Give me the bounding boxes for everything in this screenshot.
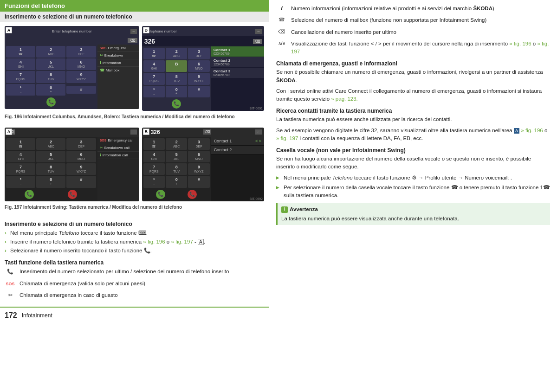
screen-b2-body: 1☎ 2ABC 3DEF 4GHI 5JKL 6MNO 7PQRS <box>142 137 264 201</box>
key-0b[interactable]: 0+ <box>166 86 187 97</box>
key2-hash[interactable]: # <box>66 176 96 187</box>
mailbox-sym-icon: ☎ <box>278 17 285 22</box>
del-b2[interactable]: ⌫ <box>203 129 211 135</box>
key-4b[interactable]: 4GHI <box>143 60 165 72</box>
link-fig196-right[interactable]: » fig. 196 <box>509 41 531 46</box>
key2-4[interactable]: 4GHI <box>6 151 35 162</box>
menu-information[interactable]: ℹ Information <box>97 59 139 67</box>
key-9[interactable]: 9WXYZ <box>66 71 96 83</box>
key-8b[interactable]: 8TUV <box>166 73 187 84</box>
keypad-b2: 1☎ 2ABC 3DEF 4GHI 5JKL 6MNO 7PQRS <box>142 137 211 201</box>
key2-8[interactable]: 8TUV <box>36 163 65 175</box>
section-subtitle: Inserimento e selezione di un numero tel… <box>0 12 269 22</box>
keyb2-3[interactable]: 3DEF <box>188 138 209 150</box>
key-9b[interactable]: 9WXYZ <box>188 73 209 84</box>
key-hash[interactable]: # <box>66 86 96 94</box>
keyb2-0[interactable]: 0+ <box>166 176 187 187</box>
key2-6[interactable]: 6MNO <box>66 151 96 162</box>
key2-1[interactable]: 1☎ <box>6 138 35 150</box>
key-5b[interactable]: B <box>166 60 187 72</box>
call-b2[interactable]: 📞 <box>156 190 165 199</box>
figure-196-area: A Enter telephone number ← ⌫ 1☎ 2ABC <box>0 22 269 124</box>
contact-2[interactable]: Contact 2 123456789 <box>211 57 264 68</box>
key-hash-b[interactable]: # <box>188 86 209 97</box>
italic-i-icon: i <box>281 5 283 12</box>
key-6[interactable]: 6MNO <box>66 58 96 70</box>
call-button[interactable]: 📞 <box>46 97 56 107</box>
sos2-icon: SOS <box>100 139 107 142</box>
contact2-2[interactable]: Contact 2 <box>211 146 264 154</box>
keypad-b: 1☎ 2ABC 3DEF 4GHI B 6MNO 7PQRS <box>142 46 211 111</box>
key-star[interactable]: *.. <box>6 84 35 96</box>
menu-breakdown[interactable]: ✂ Breakdown <box>97 52 139 59</box>
section-emergency-p2: Con i servizi online attivi Care Connect… <box>276 87 550 103</box>
area-a-badge: A <box>514 128 520 134</box>
keyb2-8[interactable]: 8TUV <box>166 163 187 175</box>
link-fig197-c[interactable]: » fig. 197 <box>276 135 298 141</box>
key-4[interactable]: 4GHI <box>6 58 35 70</box>
key2-5[interactable]: 5JKL <box>36 151 65 162</box>
breakdown-cell: ✂ <box>5 291 16 299</box>
keyb2-9[interactable]: 9WXYZ <box>188 163 209 175</box>
screen-b-header: › telephone number ← <box>142 26 264 36</box>
keyb2-7[interactable]: 7PQRS <box>143 163 165 175</box>
key-5[interactable]: 5JKL <box>36 58 65 70</box>
link-fig197[interactable]: » fig. 197 <box>171 239 193 244</box>
icon-row-breakdown: ✂ Chiamata di emergenza in caso di guast… <box>5 291 264 299</box>
menu-mailbox[interactable]: ☎ Mail box <box>97 67 139 74</box>
number-display: 326 ⌫ <box>142 36 264 46</box>
key2-9[interactable]: 9WXYZ <box>66 163 96 175</box>
key-7[interactable]: 7PQRS <box>6 71 35 83</box>
menu-emergency[interactable]: SOS Emerg. call <box>97 45 139 52</box>
key-2b[interactable]: 2ABC <box>166 48 187 59</box>
menu2-emergency[interactable]: SOS Emergency call <box>97 137 139 144</box>
screen-a-header: Enter telephone number ← <box>5 26 139 36</box>
keyb2-2[interactable]: 2ABC <box>166 138 187 150</box>
back-arrow-icon: ← <box>130 29 137 34</box>
contact2-1[interactable]: Contact 1 < > <box>211 137 264 146</box>
key2-2[interactable]: 2ABC <box>36 138 65 150</box>
key2-star[interactable]: *.. <box>6 176 35 187</box>
key2-0[interactable]: 0+ <box>36 176 65 187</box>
info-box-text: La tastiera numerica può essere visualiz… <box>281 216 459 221</box>
link-pag123[interactable]: » pag. 123. <box>331 96 358 102</box>
key-3[interactable]: 3DEF <box>66 46 96 58</box>
voicemail-bullet-2: ▸ Per selezionare il numero della casell… <box>276 184 550 200</box>
key-1[interactable]: 1☎ <box>6 46 35 58</box>
key-7b[interactable]: 7PQRS <box>143 73 165 84</box>
key-1b[interactable]: 1☎ <box>143 48 165 59</box>
keyb2-star[interactable]: *.. <box>143 176 165 187</box>
bottom-row-a2: 📞 📞 <box>6 189 96 200</box>
contact-3[interactable]: Contact 3 023456789 <box>211 68 264 78</box>
keyb2-4[interactable]: 4GHI <box>143 151 165 162</box>
link-fig196[interactable]: » fig. 196 <box>143 239 165 244</box>
key-2[interactable]: 2ABC <box>36 46 65 58</box>
text-heading-1: Inserimento e selezione di un numero tel… <box>5 220 264 228</box>
info-symbol-cell: i <box>276 5 287 12</box>
call-btn-b[interactable]: 📞 <box>172 99 181 109</box>
key-6b[interactable]: 6MNO <box>188 60 209 72</box>
link-fig196-c[interactable]: » fig. 196 <box>521 128 543 133</box>
text-heading-2: Tasti funzione della tastiera numerica <box>5 258 264 267</box>
key-star-b[interactable]: *.. <box>143 86 165 97</box>
key-3b[interactable]: 3DEF <box>188 48 209 59</box>
menu2-breakdown[interactable]: ✂ Breakdown call <box>97 144 139 152</box>
bullet-item-1: Nel menu principale Telefono toccare il … <box>5 229 264 237</box>
arrows-icon: ∧/∨ <box>278 41 286 46</box>
keyb2-5[interactable]: 5JKL <box>166 151 187 162</box>
sos-icon: SOS <box>100 46 107 50</box>
keyb2-1[interactable]: 1☎ <box>143 138 165 150</box>
keyb2-hash[interactable]: # <box>188 176 209 187</box>
call-btn-a2[interactable]: 📞 <box>25 190 34 199</box>
key2-7[interactable]: 7PQRS <box>6 163 35 175</box>
end-b2[interactable]: 📞 <box>188 190 197 199</box>
del-btn[interactable]: ⌫ <box>253 39 262 44</box>
key-8[interactable]: 8TUV <box>36 71 65 83</box>
menu2-info[interactable]: ℹ Information call <box>97 152 139 159</box>
key-0[interactable]: 0+ <box>36 84 65 96</box>
call-icon: 📞 <box>7 269 13 274</box>
end-btn-a2[interactable]: 📞 <box>68 190 77 199</box>
contact-1[interactable]: Contact 1 023456789 <box>211 46 264 57</box>
key2-3[interactable]: 3DEF <box>66 138 96 150</box>
keyb2-6[interactable]: 6MNO <box>188 151 209 162</box>
